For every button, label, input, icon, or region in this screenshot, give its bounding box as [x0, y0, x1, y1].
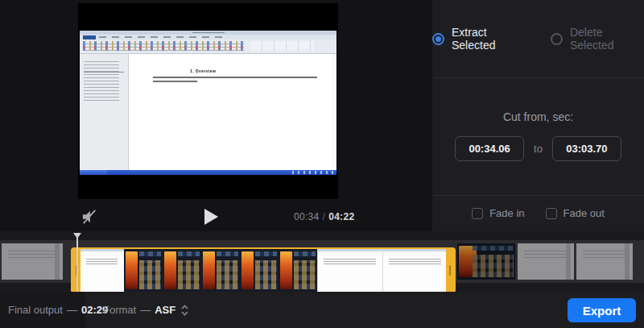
- video-cutter-app: 1. Overview 00:34/04:22: [0, 0, 644, 328]
- footer-bar: Final output — 02:29 Format — ASF Export: [0, 292, 644, 328]
- video-frame-word-document: 1. Overview: [80, 31, 336, 175]
- export-button[interactable]: Export: [568, 298, 636, 322]
- play-button[interactable]: [200, 207, 220, 226]
- final-output-info: Final output — 02:29: [0, 292, 85, 328]
- thumb-grid: [139, 260, 161, 289]
- current-time: 00:34: [294, 211, 320, 222]
- thumb-grid: [473, 255, 514, 277]
- format-selector[interactable]: Format — ASF: [103, 292, 188, 328]
- checkbox-icon: [472, 208, 483, 219]
- thumb-poster: [242, 251, 254, 289]
- timeline-thumbnail-doc-gray[interactable]: [576, 243, 633, 280]
- time-separator: /: [323, 211, 326, 222]
- thumb-grid: [178, 260, 200, 289]
- format-dropdown-chevrons-icon[interactable]: [181, 305, 188, 316]
- fade-in-checkbox[interactable]: Fade in: [472, 207, 524, 219]
- edit-options-panel: Extract Selected Delete Selected Cut fro…: [432, 0, 644, 231]
- timeline-thumbnail-game[interactable]: [124, 249, 163, 292]
- timeline-thumbnail-game[interactable]: [163, 249, 201, 292]
- checkbox-icon: [546, 208, 557, 219]
- cut-range-row: to: [455, 136, 621, 161]
- fade-out-checkbox[interactable]: Fade out: [546, 207, 605, 219]
- dash: —: [67, 304, 77, 316]
- thumb-poster: [203, 251, 215, 289]
- timeline-thumbnail-doc-white[interactable]: [80, 249, 124, 292]
- time-display: 00:34/04:22: [294, 211, 354, 222]
- document-text-line: [153, 81, 197, 82]
- word-page: 1. Overview: [130, 54, 332, 170]
- delete-selected-radio[interactable]: Delete Selected: [551, 26, 644, 52]
- word-ribbon: [80, 39, 336, 54]
- document-text-line: [153, 77, 317, 78]
- selection-right-handle[interactable]: [446, 249, 454, 292]
- delete-selected-label: Delete Selected: [570, 26, 644, 52]
- thumb-poster: [126, 251, 138, 289]
- cut-to-input[interactable]: [552, 136, 621, 161]
- timeline-thumbnail-game[interactable]: [201, 249, 240, 292]
- thumb-grid: [294, 260, 316, 289]
- thumb-header: [217, 251, 238, 256]
- extract-selected-label: Extract Selected: [452, 26, 528, 52]
- selection-left-handle[interactable]: [72, 249, 80, 292]
- thumb-header: [178, 251, 200, 256]
- selection-thumbnails: [80, 249, 446, 292]
- timeline-thumbnail-game-dim[interactable]: [457, 243, 515, 280]
- cut-from-input[interactable]: [455, 136, 524, 161]
- thumb-header: [294, 251, 316, 256]
- cut-from-label: Cut from, sec:: [503, 110, 573, 123]
- radio-on-icon: [432, 33, 444, 45]
- timeline-thumbs-before-selection: [2, 243, 63, 280]
- fade-in-label: Fade in: [489, 207, 524, 219]
- playback-controls: 00:34/04:22: [78, 202, 432, 231]
- timeline-selection[interactable]: [71, 247, 456, 293]
- total-time: 04:22: [328, 211, 354, 222]
- document-heading: 1. Overview: [190, 69, 216, 73]
- timeline-thumbs-after-selection: [457, 243, 633, 280]
- thumb-grid: [255, 260, 277, 289]
- thumb-header: [139, 251, 161, 256]
- video-stage: 1. Overview 00:34/04:22: [0, 0, 432, 231]
- fade-section: Fade in Fade out: [432, 196, 644, 230]
- word-navigation-pane: [80, 54, 129, 170]
- format-label: Format: [103, 304, 136, 316]
- word-body: 1. Overview: [80, 54, 336, 170]
- timeline-thumbnail-game[interactable]: [240, 249, 279, 292]
- thumb-poster: [164, 251, 176, 289]
- thumb-poster: [280, 251, 292, 289]
- extract-selected-radio[interactable]: Extract Selected: [432, 26, 528, 52]
- word-document-area: 1. Overview: [129, 54, 336, 170]
- fade-out-label: Fade out: [564, 207, 605, 219]
- timeline-thumbnail-doc-white-wide[interactable]: [317, 249, 382, 292]
- timeline-thumbnail-doc-gray[interactable]: [518, 243, 574, 280]
- dash: —: [140, 304, 151, 316]
- radio-off-icon: [551, 33, 563, 45]
- thumb-grid: [217, 260, 238, 289]
- timeline[interactable]: [0, 231, 644, 292]
- cut-range-section: Cut from, sec: to: [432, 78, 644, 196]
- to-label: to: [534, 143, 543, 155]
- format-value: ASF: [155, 304, 175, 316]
- windows-taskbar: [80, 170, 336, 175]
- timeline-thumbnail-game[interactable]: [279, 249, 317, 292]
- thumb-header: [473, 246, 514, 251]
- timeline-track[interactable]: [0, 240, 644, 283]
- mode-section: Extract Selected Delete Selected: [432, 0, 644, 78]
- timeline-thumbnail-doc-gray[interactable]: [2, 243, 63, 280]
- video-player[interactable]: 1. Overview: [78, 3, 338, 199]
- mute-icon[interactable]: [80, 209, 98, 225]
- thumb-header: [255, 251, 277, 256]
- playhead-triangle-icon: [73, 233, 81, 239]
- final-output-label: Final output: [8, 304, 63, 316]
- timeline-thumbnail-doc-white-wide[interactable]: [382, 249, 446, 292]
